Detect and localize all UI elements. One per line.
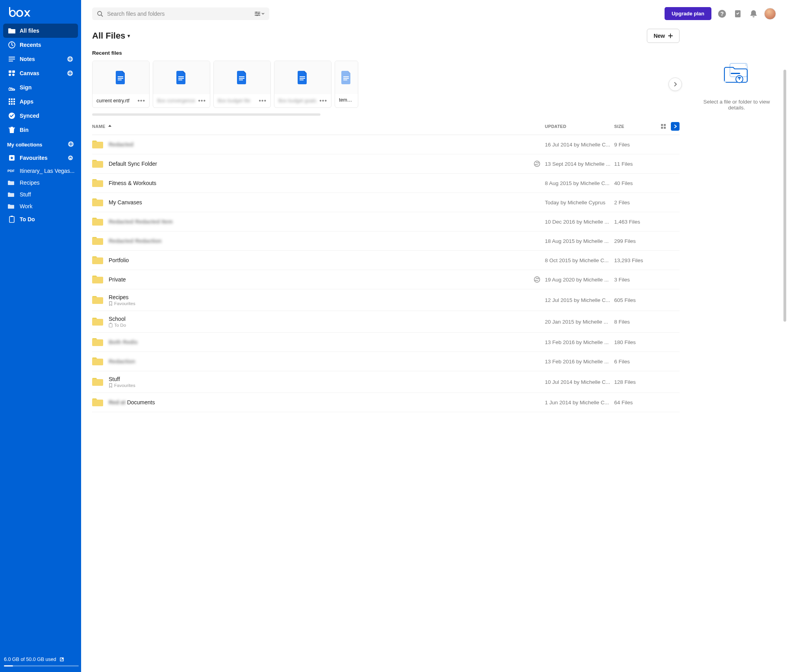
file-size: 9 Files [614,142,657,148]
nav-label: All files [20,28,39,34]
fav-item-itinerary[interactable]: PDF Itinerary_ Las Vegas... [0,165,81,177]
vertical-scrollbar[interactable] [783,24,787,672]
file-row[interactable]: Fitness & Workouts 8 Aug 2015 by Michell… [92,174,680,193]
recent-file-card[interactable]: current entry.rtf••• [92,61,150,108]
details-panel: Select a file or folder to view details. [691,24,783,672]
nav-apps[interactable]: Apps [3,94,78,109]
add-collection-icon[interactable] [68,141,74,148]
notifications-button[interactable] [748,9,759,19]
user-avatar[interactable] [764,8,776,20]
file-name: Redacted Redaction [109,238,532,244]
nav-bin[interactable]: Bin [3,123,78,137]
grid-view-toggle[interactable] [659,122,668,131]
file-size: 3 Files [614,277,657,283]
file-row[interactable]: My Canvases Today by Michelle Cyprus 2 F… [92,193,680,212]
file-tag: To Do [109,323,532,328]
column-updated[interactable]: UPDATED [545,124,614,129]
svg-rect-36 [239,78,244,79]
file-row[interactable]: SchoolTo Do 20 Jan 2015 by Michelle ... … [92,311,680,333]
file-row[interactable]: Redaction 13 Feb 2016 by Michelle ... 6 … [92,352,680,371]
file-row[interactable]: Redacted 16 Jul 2014 by Michelle C... 9 … [92,135,680,154]
page-title-dropdown[interactable]: All Files ▾ [92,31,130,41]
recent-file-card[interactable]: Box budget file••• [213,61,271,108]
file-row[interactable]: Redacted Redaction 18 Aug 2015 by Michel… [92,231,680,251]
svg-rect-3 [12,70,15,73]
svg-rect-14 [11,103,13,105]
check-icon [8,112,16,120]
more-icon[interactable]: ••• [319,97,327,104]
column-name-sort[interactable]: NAME [92,124,535,129]
new-button[interactable]: New [647,29,680,43]
add-canvas-icon[interactable] [67,70,73,76]
search-box[interactable] [92,7,269,20]
sort-asc-icon [108,124,112,128]
chevron-up-icon[interactable] [68,155,73,161]
nav-label: Apps [20,98,33,105]
file-row[interactable]: Default Sync Folder 13 Sept 2014 by Mich… [92,154,680,174]
file-tag: Favourites [109,301,532,306]
chevron-down-icon [261,12,265,15]
fav-item-work[interactable]: Work [0,200,81,212]
carousel-next-button[interactable] [668,78,682,91]
nav-favourites[interactable]: Favourites [3,151,78,165]
file-thumb [153,61,210,94]
file-row[interactable]: StuffFavourites 10 Jul 2014 by Michelle … [92,371,680,393]
recent-file-card[interactable]: Box budget goals••• [274,61,331,108]
folder-icon [7,204,15,209]
add-note-icon[interactable] [67,56,73,62]
nav-all-files[interactable]: All files [3,24,78,38]
recent-scrollbar[interactable] [92,113,320,116]
file-thumb [93,61,149,94]
recent-file-card[interactable]: template [335,61,358,108]
svg-rect-44 [661,124,663,126]
storage-indicator[interactable]: 6.0 GB of 50.0 GB used [0,653,81,672]
svg-rect-20 [9,217,14,222]
file-row[interactable]: Private 19 Aug 2020 by Michelle ... 3 Fi… [92,270,680,289]
nav-label: Synced [20,113,39,119]
file-row[interactable]: Redacted Redacted Item 10 Dec 2016 by Mi… [92,212,680,231]
folder-icon [92,140,103,149]
collections-header[interactable]: My collections [0,137,81,151]
file-updated: 18 Aug 2015 by Michelle ... [545,238,614,244]
search-filter-button[interactable] [254,11,265,17]
file-name: Recipes [109,294,532,300]
file-row[interactable]: Red at Documents 1 Jun 2014 by Michelle … [92,393,680,412]
svg-point-19 [68,156,73,160]
recent-file-name: current entry.rtf [96,98,130,104]
upgrade-button[interactable]: Upgrade plan [665,7,711,20]
panel-view-toggle[interactable] [671,122,680,131]
nav-notes[interactable]: Notes [3,52,78,66]
recent-file-name: template [339,97,354,103]
nav-canvas[interactable]: Canvas [3,66,78,80]
search-input[interactable] [107,11,254,17]
help-button[interactable]: ? [717,9,727,19]
fav-item-recipes[interactable]: Recipes [0,177,81,189]
recent-file-card[interactable]: Box convergence••• [153,61,210,108]
folder-icon [92,217,103,226]
nav-sign[interactable]: Sign [3,80,78,94]
more-icon[interactable]: ••• [198,97,206,104]
tasks-button[interactable] [733,9,743,19]
svg-rect-12 [13,101,15,102]
file-name: Redacted [109,141,532,148]
nav-recents[interactable]: Recents [3,38,78,52]
file-row[interactable]: RecipesFavourites 12 Jul 2015 by Michell… [92,289,680,311]
column-size[interactable]: SIZE [614,124,657,129]
pdf-icon: PDF [7,169,15,173]
box-logo[interactable] [0,0,81,24]
search-icon [97,11,103,17]
file-size: 40 Files [614,180,657,186]
file-name: Fitness & Workouts [109,180,532,186]
file-updated: 1 Jun 2014 by Michelle C... [545,400,614,405]
file-row[interactable]: Portfolio 8 Oct 2015 by Michelle C... 13… [92,251,680,270]
fav-item-stuff[interactable]: Stuff [0,189,81,200]
nav-synced[interactable]: Synced [3,109,78,123]
select-file-illustration [723,59,750,87]
more-icon[interactable]: ••• [137,97,145,104]
file-thumb [274,61,331,94]
folder-icon [92,317,103,326]
sliders-icon [254,11,261,17]
nav-todo[interactable]: To Do [3,212,78,226]
file-row[interactable]: Both Redis 13 Feb 2016 by Michelle ... 1… [92,333,680,352]
more-icon[interactable]: ••• [259,97,267,104]
